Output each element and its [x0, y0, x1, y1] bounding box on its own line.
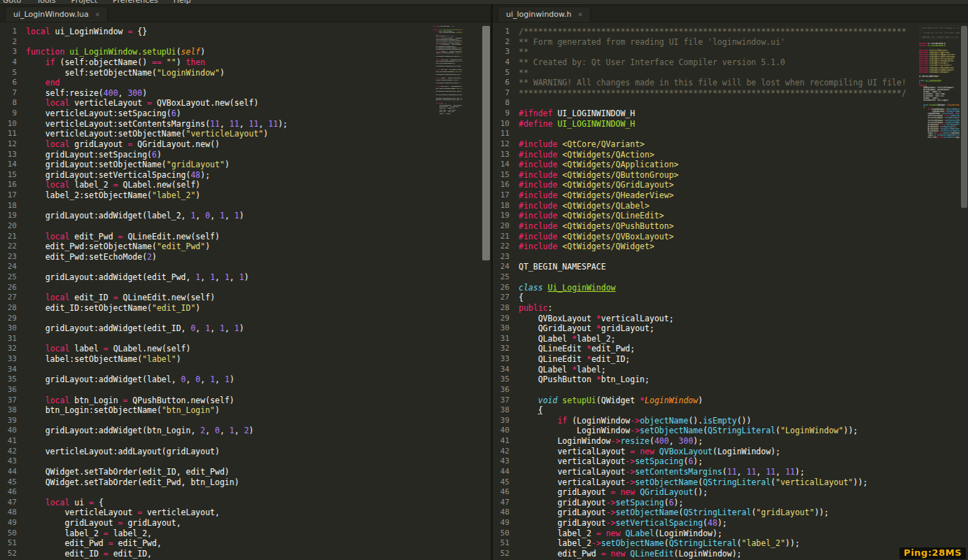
line-number: 18	[493, 201, 519, 211]
line-number: 16	[0, 180, 26, 190]
tab-close-icon[interactable]: ×	[95, 10, 100, 18]
menu-item-project[interactable]: Project	[63, 0, 105, 5]
line-number: 41	[493, 436, 519, 447]
menu-item-help[interactable]: Help	[166, 0, 199, 5]
line-number: 17	[0, 190, 26, 201]
code-line: 32 QLineEdit *edit_Pwd;	[493, 344, 968, 354]
line-number: 51	[493, 538, 519, 549]
code-line: 13#include <QtWidgets/QAction>	[493, 150, 968, 160]
code-line: 49 gridLayout = gridLayout,	[0, 518, 491, 528]
code-line: 50 label_2 = label_2,	[0, 528, 491, 539]
menu-item-tools[interactable]: Tools	[29, 0, 63, 5]
line-number: 38	[0, 405, 26, 416]
line-number: 47	[0, 498, 26, 508]
code-line: 40 gridLayout:addWidget(btn_Login, 2, 0,…	[0, 426, 491, 436]
code-line: 17#include <QtWidgets/QHeaderView>	[493, 190, 968, 201]
code-line: 47 local ui = {	[0, 498, 491, 508]
line-number: 14	[0, 160, 26, 170]
line-number: 30	[493, 323, 519, 334]
line-number: 3	[0, 47, 26, 57]
line-number: 47	[493, 498, 519, 508]
menu-item-goto[interactable]: Goto	[0, 0, 29, 5]
code-line: 43 verticalLayout->setSpacing(6);	[493, 456, 968, 467]
tab-ui-loginwindow-lua[interactable]: ui_LoginWindow.lua ×	[5, 6, 108, 22]
right-editor-pane: ui_loginwindow.h × 1/*******************…	[493, 5, 968, 560]
code-line: 37 local btn_Login = QPushButton.new(sel…	[0, 396, 491, 406]
code-line: 26class Ui_LoginWindow	[493, 283, 968, 293]
code-line: 21 local edit_Pwd = QLineEdit.new(self)	[0, 232, 491, 242]
line-number: 11	[493, 129, 519, 139]
line-number: 25	[493, 272, 519, 283]
right-editor[interactable]: 1/**************************************…	[493, 22, 968, 560]
code-line: 44 verticalLayout->setContentsMargins(11…	[493, 467, 968, 477]
line-number: 44	[493, 467, 519, 477]
line-number: 2	[0, 37, 26, 48]
line-number: 8	[0, 98, 26, 108]
line-number: 46	[493, 487, 519, 498]
code-line: 30 QGridLayout *gridLayout;	[493, 323, 968, 334]
code-line: 11 verticleLayout:setObjectName("verticl…	[0, 129, 491, 139]
line-number: 31	[0, 334, 26, 344]
code-line: 19 gridLayout:addWidget(label_2, 1, 0, 1…	[0, 211, 491, 221]
line-number: 21	[493, 232, 519, 242]
code-line: 5**	[493, 68, 968, 78]
code-line: 39	[0, 416, 491, 426]
line-number: 48	[0, 507, 26, 518]
right-code-area[interactable]: 1/**************************************…	[493, 22, 968, 559]
code-line: 10#define UI_LOGINWINDOW_H	[493, 119, 968, 130]
code-line: 42 verticleLayout:addLayout(gridLayout)	[0, 447, 491, 457]
line-number: 50	[0, 528, 26, 539]
right-scrollbar-thumb[interactable]	[961, 26, 967, 208]
line-number: 35	[0, 374, 26, 385]
left-minimap[interactable]: local ui_LoginWindow = {}function ui_Log…	[433, 25, 462, 144]
code-line: 33 label:setObjectName("label")	[0, 354, 491, 365]
code-line: 49 gridLayout->setVerticalSpacing(48);	[493, 518, 968, 528]
code-line: 5 self:setObjectName("LoginWindow")	[0, 68, 491, 78]
line-number: 36	[493, 385, 519, 396]
line-number: 20	[0, 221, 26, 232]
tab-ui-loginwindow-h[interactable]: ui_loginwindow.h ×	[498, 6, 591, 22]
left-code-area[interactable]: 1local ui_LoginWindow = {}23function ui_…	[0, 22, 491, 560]
line-number: 32	[0, 344, 26, 354]
line-number: 13	[493, 150, 519, 160]
line-number: 18	[0, 201, 26, 211]
line-number: 13	[0, 150, 26, 160]
code-line: 32 local label = QLabel.new(self)	[0, 344, 491, 354]
line-number: 51	[0, 538, 26, 549]
code-line: 12#include <QtCore/QVariant>	[493, 139, 968, 150]
left-editor[interactable]: 1local ui_LoginWindow = {}23function ui_…	[0, 22, 491, 560]
line-number: 41	[0, 436, 26, 447]
line-number: 27	[0, 293, 26, 303]
line-number: 4	[493, 57, 519, 68]
code-line: 2** Form generated from reading UI file …	[493, 37, 968, 48]
menu-item-preferences[interactable]: Preferences	[105, 0, 166, 5]
code-line: 45 QWidget.setTabOrder(edit_Pwd, btn_Log…	[0, 477, 491, 488]
left-scrollbar-thumb[interactable]	[482, 26, 490, 260]
menu-bar: GotoToolsProjectPreferencesHelp	[0, 0, 968, 5]
line-number: 6	[0, 78, 26, 88]
tab-close-icon[interactable]: ×	[578, 10, 583, 18]
code-line: 39 if (LoginWindow->objectName().isEmpty…	[493, 416, 968, 426]
left-minimap-content: local ui_LoginWindow = {}function ui_Log…	[433, 25, 462, 114]
code-line: 24	[0, 262, 491, 272]
code-line: 4 if (self:objectName() == "") then	[0, 57, 491, 68]
code-line: 34 QLabel *label;	[493, 365, 968, 375]
line-number: 29	[0, 314, 26, 324]
line-number: 34	[493, 365, 519, 375]
code-line: 16 local label_2 = QLabel.new(self)	[0, 180, 491, 190]
right-minimap[interactable]: /***************************************…	[919, 25, 960, 172]
line-number: 52	[493, 549, 519, 559]
line-number: 24	[0, 262, 26, 272]
code-line: 50 label_2 = new QLabel(LoginWindow);	[493, 528, 968, 539]
line-number: 48	[493, 507, 519, 518]
code-line: 2	[0, 37, 491, 48]
line-number: 40	[0, 426, 26, 436]
line-number: 43	[0, 456, 26, 467]
code-line: 29 QVBoxLayout *verticalLayout;	[493, 314, 968, 324]
code-line: 38 btn_Login:setObjectName("btn_Login")	[0, 405, 491, 416]
line-number: 19	[493, 211, 519, 221]
code-line: 12 local gridLayout = QGridLayout.new()	[0, 139, 491, 150]
line-number: 24	[493, 262, 519, 272]
code-line: 7 self:resize(400, 300)	[0, 88, 491, 99]
line-number: 23	[493, 252, 519, 262]
